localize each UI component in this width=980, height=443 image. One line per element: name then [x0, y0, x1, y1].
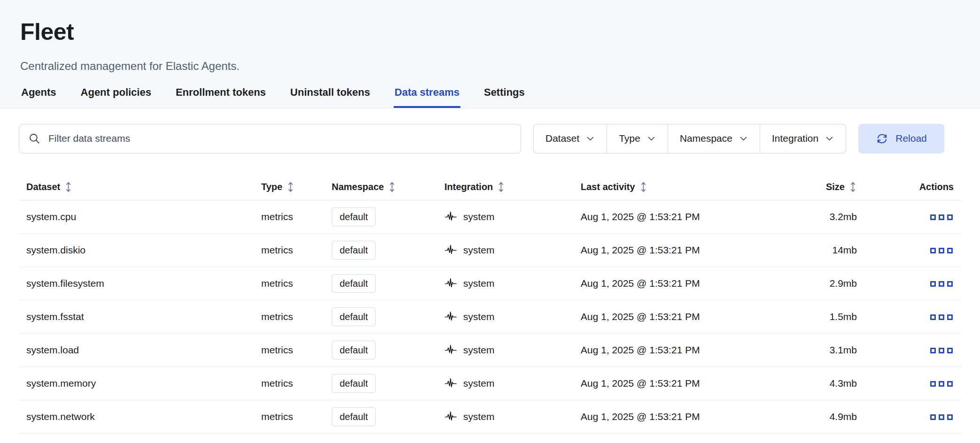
integration-label: system: [463, 378, 495, 389]
integration-cell: system: [437, 333, 573, 367]
filter-button-integration[interactable]: Integration: [760, 124, 846, 153]
page-subtitle: Centralized management for Elastic Agent…: [20, 59, 960, 73]
actions-button[interactable]: [929, 246, 954, 255]
namespace-badge: default: [332, 207, 376, 226]
pulse-icon: [444, 310, 457, 323]
chevron-down-icon: [739, 134, 748, 143]
column-header-label: Dataset: [26, 182, 60, 192]
column-header-label: Integration: [444, 182, 493, 192]
dataset-cell: system.memory: [19, 367, 254, 400]
filter-button-label: Type: [619, 133, 640, 144]
filter-button-namespace[interactable]: Namespace: [668, 124, 760, 153]
type-cell: metrics: [254, 333, 324, 367]
tab-uninstall-tokens[interactable]: Uninstall tokens: [289, 86, 371, 108]
integration-label: system: [463, 278, 495, 289]
actions-button[interactable]: [929, 213, 954, 222]
filter-button-label: Integration: [772, 133, 818, 144]
dataset-cell: system.network: [19, 400, 254, 433]
dataset-cell: system.load: [19, 333, 254, 367]
tab-agent-policies[interactable]: Agent policies: [80, 86, 152, 108]
column-header-size[interactable]: Size: [770, 179, 864, 200]
actions-cell: [864, 300, 961, 333]
dataset-cell: system.fsstat: [19, 300, 254, 333]
column-header-type[interactable]: Type: [254, 179, 324, 200]
type-cell: metrics: [254, 367, 324, 400]
chevron-down-icon: [825, 134, 834, 143]
table-row: system.fsstat metrics default system Aug…: [19, 300, 961, 333]
refresh-icon: [876, 132, 888, 145]
search-box[interactable]: [19, 124, 521, 153]
size-cell: 3.1mb: [770, 333, 864, 367]
column-header-label: Namespace: [332, 182, 384, 192]
column-header-last_activity[interactable]: Last activity: [573, 179, 770, 200]
dataset-cell: system.filesystem: [19, 267, 254, 300]
actions-cell: [864, 267, 961, 300]
column-header-label: Actions: [919, 182, 954, 192]
sort-icon: [497, 182, 505, 192]
column-header-actions: Actions: [864, 179, 961, 200]
namespace-badge: default: [332, 374, 376, 393]
size-cell: 2.9mb: [770, 267, 864, 300]
sort-icon: [849, 182, 857, 192]
size-cell: 4.3mb: [770, 367, 864, 400]
tab-enrollment-tokens[interactable]: Enrollment tokens: [175, 86, 267, 108]
namespace-badge: default: [332, 241, 376, 260]
table-row: system.network metrics default system Au…: [19, 400, 961, 433]
actions-button[interactable]: [929, 379, 954, 389]
reload-button[interactable]: Reload: [858, 124, 944, 153]
actions-cell: [864, 233, 961, 267]
integration-label: system: [463, 311, 495, 322]
table-row: system.memory metrics default system Aug…: [19, 367, 961, 400]
size-cell: 1.5mb: [770, 300, 864, 333]
toolbar: Dataset Type Namespace Integration Reloa…: [0, 108, 980, 153]
tab-settings[interactable]: Settings: [483, 86, 526, 108]
dataset-cell: system.diskio: [19, 233, 254, 267]
page-header: Fleet Centralized management for Elastic…: [0, 0, 980, 108]
tab-label: Settings: [484, 86, 525, 98]
namespace-badge: default: [332, 341, 376, 359]
actions-button[interactable]: [929, 279, 954, 289]
column-header-integration[interactable]: Integration: [437, 179, 573, 200]
column-header-namespace[interactable]: Namespace: [324, 179, 437, 200]
type-cell: metrics: [254, 200, 324, 233]
column-header-dataset[interactable]: Dataset: [19, 179, 254, 200]
last-activity-cell: Aug 1, 2025 @ 1:53:21 PM: [573, 400, 770, 433]
size-cell: 14mb: [770, 233, 864, 267]
table-header-row: Dataset Type Namespace Integration Last …: [19, 179, 961, 200]
actions-cell: [864, 400, 961, 433]
tab-data-streams[interactable]: Data streams: [394, 86, 460, 108]
namespace-badge: default: [332, 274, 376, 293]
actions-button[interactable]: [929, 313, 954, 322]
namespace-cell: default: [324, 267, 437, 300]
namespace-cell: default: [324, 300, 437, 333]
namespace-cell: default: [324, 200, 437, 233]
filter-group: Dataset Type Namespace Integration: [533, 124, 846, 153]
actions-button[interactable]: [929, 412, 954, 422]
integration-cell: system: [437, 200, 573, 233]
type-cell: metrics: [254, 267, 324, 300]
column-header-label: Last activity: [581, 182, 635, 192]
integration-cell: system: [437, 267, 573, 300]
tab-label: Data streams: [395, 86, 459, 98]
type-cell: metrics: [254, 300, 324, 333]
last-activity-cell: Aug 1, 2025 @ 1:53:21 PM: [573, 267, 770, 300]
search-input[interactable]: [47, 132, 512, 145]
last-activity-cell: Aug 1, 2025 @ 1:53:21 PM: [573, 233, 770, 267]
filter-button-label: Dataset: [545, 133, 579, 144]
integration-label: system: [463, 244, 495, 256]
integration-label: system: [463, 411, 495, 422]
size-cell: 3.2mb: [770, 200, 864, 233]
pulse-icon: [444, 210, 457, 223]
filter-button-type[interactable]: Type: [607, 124, 668, 153]
namespace-cell: default: [324, 367, 437, 400]
sort-icon: [287, 182, 295, 192]
search-icon: [28, 132, 40, 145]
tab-agents[interactable]: Agents: [20, 86, 57, 108]
tab-bar: AgentsAgent policiesEnrollment tokensUni…: [20, 86, 960, 108]
pulse-icon: [444, 277, 457, 290]
namespace-badge: default: [332, 407, 376, 426]
filter-button-dataset[interactable]: Dataset: [534, 124, 607, 153]
size-cell: 4.9mb: [770, 400, 864, 433]
actions-button[interactable]: [929, 346, 954, 355]
table-row: system.filesystem metrics default system…: [19, 267, 961, 300]
